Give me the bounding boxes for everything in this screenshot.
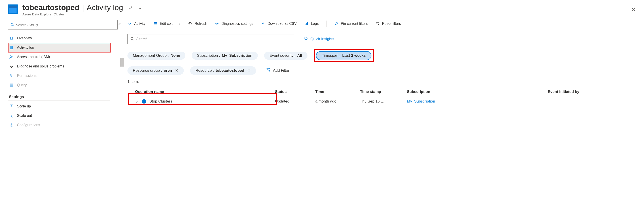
content-search-input[interactable] <box>136 37 291 41</box>
content-search[interactable] <box>128 34 294 44</box>
sidebar-item-label: Activity log <box>17 45 34 50</box>
sidebar-item-configurations[interactable]: Configurations <box>8 120 121 130</box>
search-icon <box>130 37 134 41</box>
sidebar-item-permissions[interactable]: Permissions <box>8 71 121 80</box>
sidebar-item-access-control[interactable]: Access control (IAM) <box>8 52 121 62</box>
columns-icon <box>153 21 158 26</box>
quick-insights-label: Quick Insights <box>310 37 334 41</box>
filter-value: My_Subscription <box>222 53 252 58</box>
svg-rect-7 <box>10 84 13 86</box>
col-timestamp-header[interactable]: Time stamp <box>360 90 381 94</box>
scale-up-icon <box>9 104 14 109</box>
toolbar-label: Diagnostics settings <box>222 22 253 26</box>
logs-button[interactable]: Logs <box>304 21 319 26</box>
table-header: Operation name Status Time Time stamp Su… <box>128 87 635 97</box>
sidebar-item-diagnose[interactable]: Diagnose and solve problems <box>8 62 121 71</box>
activity-dropdown[interactable]: Activity <box>128 21 146 26</box>
filter-management-group[interactable]: Management Group : None <box>128 52 185 60</box>
filter-value: All <box>297 53 302 58</box>
col-eventby-header[interactable]: Event initiated by <box>548 90 580 94</box>
col-time-header[interactable]: Time <box>315 90 324 94</box>
svg-point-16 <box>216 23 218 24</box>
main-content: Activity Edit columns Refresh Diagnostic… <box>125 18 644 130</box>
table-row[interactable]: ▷ i Stop Clusters Updated a month ago Th… <box>128 97 635 106</box>
filter-event-severity[interactable]: Event severity : All <box>264 52 308 60</box>
activity-table: Operation name Status Time Time stamp Su… <box>128 87 635 106</box>
logs-icon <box>304 21 308 26</box>
divider <box>326 20 326 27</box>
subscription-link[interactable]: My_Subscription <box>407 99 435 103</box>
filter-label: Event severity : <box>270 53 296 58</box>
sidebar-item-activity-log[interactable]: Activity log <box>8 43 111 52</box>
add-filter-label: Add Filter <box>273 68 289 73</box>
sidebar-item-label: Configurations <box>17 123 40 127</box>
sidebar-item-label: Scale out <box>17 114 32 118</box>
filter-label: Resource group : <box>133 68 162 73</box>
add-filter-button[interactable]: Add Filter <box>262 66 294 75</box>
filter-label: Management Group : <box>133 53 169 58</box>
highlight-box: Timespan : Last 2 weeks <box>314 49 374 62</box>
sidebar-item-scale-out[interactable]: Scale out <box>8 111 121 120</box>
toolbar-label: Reset filters <box>382 22 401 26</box>
search-icon <box>10 23 14 27</box>
filter-value: Last 2 weeks <box>342 53 366 58</box>
time-value: a month ago <box>315 99 336 103</box>
sidebar-item-label: Scale up <box>17 104 31 108</box>
permissions-icon <box>9 73 14 78</box>
pin-icon[interactable] <box>128 5 133 11</box>
item-count: 1 item. <box>128 79 635 84</box>
remove-filter-icon[interactable]: ✕ <box>175 68 178 73</box>
toolbar-label: Refresh <box>194 22 207 26</box>
sidebar-item-scale-up[interactable]: Scale up <box>8 102 121 111</box>
filter-resource-group[interactable]: Resource group : oren ✕ <box>128 66 184 75</box>
svg-point-12 <box>11 124 12 126</box>
svg-point-5 <box>12 56 13 57</box>
col-subscription-header[interactable]: Subscription <box>407 90 430 94</box>
add-filter-icon <box>266 68 271 73</box>
svg-rect-18 <box>306 23 306 25</box>
expand-row-icon[interactable]: ▷ <box>135 100 139 103</box>
status-value: Updated <box>275 99 289 103</box>
activity-log-icon <box>9 45 14 50</box>
reset-filters-button[interactable]: Reset filters <box>375 21 401 26</box>
operation-name: Stop Clusters <box>149 99 172 104</box>
svg-rect-3 <box>10 46 12 49</box>
resource-name: tobeautostoped <box>22 3 80 12</box>
more-icon[interactable]: ⋯ <box>137 6 142 11</box>
download-csv-button[interactable]: Download as CSV <box>261 21 297 26</box>
svg-point-6 <box>10 74 12 76</box>
sidebar-item-query[interactable]: Query <box>8 80 121 90</box>
filter-timespan[interactable]: Timespan : Last 2 weeks <box>316 51 372 60</box>
pin-icon <box>334 21 338 26</box>
svg-line-1 <box>13 25 14 26</box>
sidebar-search-input[interactable] <box>16 23 115 27</box>
page-section-title: Activity log <box>87 3 123 12</box>
scale-out-icon <box>9 113 14 118</box>
reset-filters-icon <box>375 21 380 26</box>
resource-icon <box>8 4 18 14</box>
toolbar-label: Pin current filters <box>341 22 368 26</box>
collapse-sidebar-icon[interactable]: « <box>118 22 121 26</box>
svg-rect-17 <box>305 24 306 25</box>
timestamp-value: Thu Sep 16 … <box>360 99 384 103</box>
sidebar-search[interactable] <box>8 20 118 29</box>
sidebar-item-overview[interactable]: Overview <box>8 33 121 43</box>
col-operation-header[interactable]: Operation name <box>135 90 164 94</box>
col-status-header[interactable]: Status <box>275 90 287 94</box>
lightbulb-icon <box>304 36 308 42</box>
toolbar-label: Edit columns <box>160 22 180 26</box>
quick-insights-button[interactable]: Quick Insights <box>304 36 334 42</box>
svg-point-0 <box>11 23 13 25</box>
diagnostics-settings-button[interactable]: Diagnostics settings <box>215 21 253 26</box>
filter-subscription[interactable]: Subscription : My_Subscription <box>192 52 258 60</box>
remove-filter-icon[interactable]: ✕ <box>247 68 251 73</box>
gear-icon <box>215 21 219 26</box>
filter-resource[interactable]: Resource : tobeautostoped ✕ <box>190 66 256 75</box>
scrollbar-thumb[interactable] <box>120 58 124 67</box>
pin-filters-button[interactable]: Pin current filters <box>334 21 368 26</box>
diagnose-icon <box>9 64 14 69</box>
edit-columns-button[interactable]: Edit columns <box>153 21 180 26</box>
svg-point-22 <box>131 37 133 39</box>
close-icon[interactable]: ✕ <box>631 6 636 13</box>
refresh-button[interactable]: Refresh <box>188 21 207 26</box>
